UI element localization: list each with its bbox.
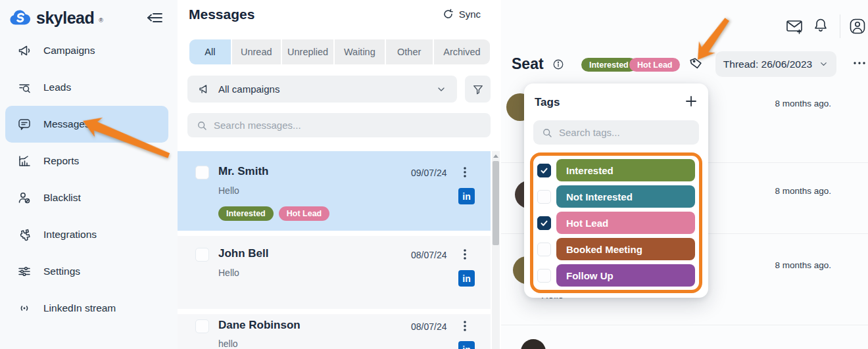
sidebar-item-label: LinkedIn stream bbox=[43, 302, 116, 314]
sidebar-item-integrations[interactable]: Integrations bbox=[5, 216, 168, 253]
sidebar-item-label: Campaigns bbox=[43, 45, 95, 57]
search-icon bbox=[542, 128, 552, 138]
conversation-name: John Bell bbox=[218, 247, 269, 260]
advanced-filter-button[interactable] bbox=[465, 76, 491, 103]
search-tags-input[interactable] bbox=[559, 127, 690, 138]
tags-search bbox=[533, 120, 699, 145]
avatar bbox=[521, 339, 546, 349]
kebab-menu-icon[interactable] bbox=[459, 166, 471, 179]
campaign-filter-value: All campaigns bbox=[218, 83, 428, 95]
linkedin-icon[interactable]: in bbox=[458, 341, 475, 349]
chevron-down-icon bbox=[819, 59, 829, 69]
conversation-row-john-bell[interactable]: John Bell 08/07/24 Hello in bbox=[178, 236, 491, 309]
tag-checkbox[interactable] bbox=[537, 269, 551, 283]
list-scrollbar[interactable] bbox=[492, 151, 500, 349]
brand-name: skylead bbox=[36, 8, 94, 28]
lead-search-icon bbox=[17, 80, 32, 95]
sidebar-item-reports[interactable]: Reports bbox=[5, 143, 168, 179]
conversation-row-dane-robinson[interactable]: Dane Robinson 08/07/24 hello in bbox=[178, 314, 491, 349]
manage-tags-icon[interactable] bbox=[688, 56, 704, 72]
sidebar-item-blacklist[interactable]: Blacklist bbox=[5, 179, 168, 216]
puzzle-icon bbox=[17, 227, 32, 242]
tag-bar[interactable]: Booked Meeting bbox=[556, 238, 695, 260]
message-search bbox=[187, 113, 491, 137]
sidebar-item-settings[interactable]: Settings bbox=[5, 253, 168, 290]
tag-pill-hot-lead: Hot Lead bbox=[279, 206, 329, 221]
conversation-name: Dane Robinson bbox=[218, 319, 301, 332]
tag-checkbox[interactable] bbox=[537, 190, 551, 204]
sidebar-item-label: Messages bbox=[43, 118, 90, 130]
chat-bubble-icon bbox=[17, 117, 32, 131]
tab-waiting[interactable]: Waiting bbox=[335, 39, 384, 64]
collapse-sidebar-icon[interactable] bbox=[145, 9, 164, 27]
chart-icon bbox=[17, 154, 32, 168]
megaphone-icon bbox=[198, 83, 210, 95]
scroll-up-arrow-icon[interactable] bbox=[493, 154, 498, 158]
conversation-preview: Hello bbox=[218, 268, 239, 278]
info-icon[interactable] bbox=[552, 58, 564, 70]
message-timestamp: 8 months ago. bbox=[775, 186, 831, 196]
sliders-icon bbox=[17, 264, 32, 279]
message-timestamp: 8 months ago. bbox=[775, 99, 831, 108]
tab-other[interactable]: Other bbox=[386, 39, 433, 64]
blocked-user-icon bbox=[17, 191, 32, 205]
tab-archived[interactable]: Archived bbox=[434, 39, 490, 64]
kebab-menu-icon[interactable] bbox=[459, 248, 471, 261]
tag-bar[interactable]: Interested bbox=[556, 159, 695, 181]
megaphone-icon bbox=[17, 43, 32, 58]
conversation-checkbox[interactable] bbox=[195, 166, 209, 179]
search-icon bbox=[197, 120, 207, 131]
tab-all[interactable]: All bbox=[189, 39, 231, 64]
tags-popup-title: Tags bbox=[535, 96, 560, 109]
kebab-menu-icon[interactable] bbox=[459, 319, 471, 333]
linkedin-icon[interactable]: in bbox=[458, 270, 475, 287]
sidebar-item-label: Blacklist bbox=[43, 192, 81, 204]
tag-pill-interested: Interested bbox=[218, 206, 274, 221]
tag-option-booked-meeting: Booked Meeting bbox=[537, 238, 695, 260]
conversation-checkbox[interactable] bbox=[195, 248, 209, 262]
sidebar-item-label: Reports bbox=[43, 155, 79, 167]
sidebar-item-messages[interactable]: Messages bbox=[5, 106, 168, 143]
conversation-row-mr-smith[interactable]: Mr. Smith 09/07/24 Hello Interested Hot … bbox=[178, 151, 491, 231]
tag-bar[interactable]: Hot Lead bbox=[556, 212, 695, 234]
sidebar-item-leads[interactable]: Leads bbox=[5, 69, 168, 106]
skylead-cloud-logo-icon bbox=[9, 8, 32, 28]
notifications-bell-icon[interactable] bbox=[813, 17, 828, 34]
tab-unread[interactable]: Unread bbox=[232, 39, 281, 64]
account-icon[interactable] bbox=[849, 18, 866, 35]
conversation-tags: Interested Hot Lead bbox=[218, 206, 329, 221]
message-filter-tabs: All Unread Unreplied Waiting Other Archi… bbox=[189, 39, 490, 64]
tag-bar[interactable]: Follow Up bbox=[556, 264, 695, 287]
conversation-date: 08/07/24 bbox=[411, 321, 447, 332]
conversation-checkbox[interactable] bbox=[195, 319, 209, 333]
conversation-date: 08/07/24 bbox=[411, 250, 447, 260]
sync-button[interactable]: Sync bbox=[443, 9, 481, 20]
tag-checkbox[interactable] bbox=[537, 243, 551, 256]
tag-checkbox[interactable] bbox=[537, 216, 551, 230]
sidebar-item-linkedin-stream[interactable]: LinkedIn stream bbox=[5, 290, 168, 327]
thread-date-dropdown[interactable]: Thread: 26/06/2023 bbox=[715, 51, 836, 77]
tag-bar[interactable]: Not Interested bbox=[556, 185, 695, 208]
sidebar-item-campaigns[interactable]: Campaigns bbox=[5, 32, 168, 69]
sidebar-item-label: Integrations bbox=[43, 229, 97, 241]
sidebar: skylead ® Campaigns Leads bbox=[0, 0, 178, 349]
sidebar-nav: Campaigns Leads Messages Reports bbox=[0, 32, 178, 327]
search-messages-input[interactable] bbox=[214, 120, 481, 131]
compose-mail-icon[interactable] bbox=[786, 18, 804, 35]
linkedin-icon[interactable]: in bbox=[458, 188, 475, 204]
brand-logo[interactable]: skylead ® bbox=[9, 8, 103, 28]
tag-option-not-interested: Not Interested bbox=[537, 185, 695, 208]
stream-broadcast-icon bbox=[17, 301, 32, 315]
sidebar-item-label: Leads bbox=[43, 81, 71, 93]
add-tag-icon[interactable] bbox=[685, 95, 698, 108]
conversation-date: 09/07/24 bbox=[411, 168, 447, 178]
tag-option-hot-lead: Hot Lead bbox=[537, 212, 695, 234]
campaign-filter-dropdown[interactable]: All campaigns bbox=[187, 76, 457, 103]
tab-unreplied[interactable]: Unreplied bbox=[282, 39, 333, 64]
conversation-list: Mr. Smith 09/07/24 Hello Interested Hot … bbox=[178, 151, 491, 349]
topbar-divider bbox=[840, 14, 840, 38]
more-options-icon[interactable] bbox=[850, 58, 868, 68]
scrollbar-thumb[interactable] bbox=[493, 161, 499, 245]
lead-name-title: Seat bbox=[512, 55, 544, 73]
tag-checkbox[interactable] bbox=[537, 164, 551, 177]
